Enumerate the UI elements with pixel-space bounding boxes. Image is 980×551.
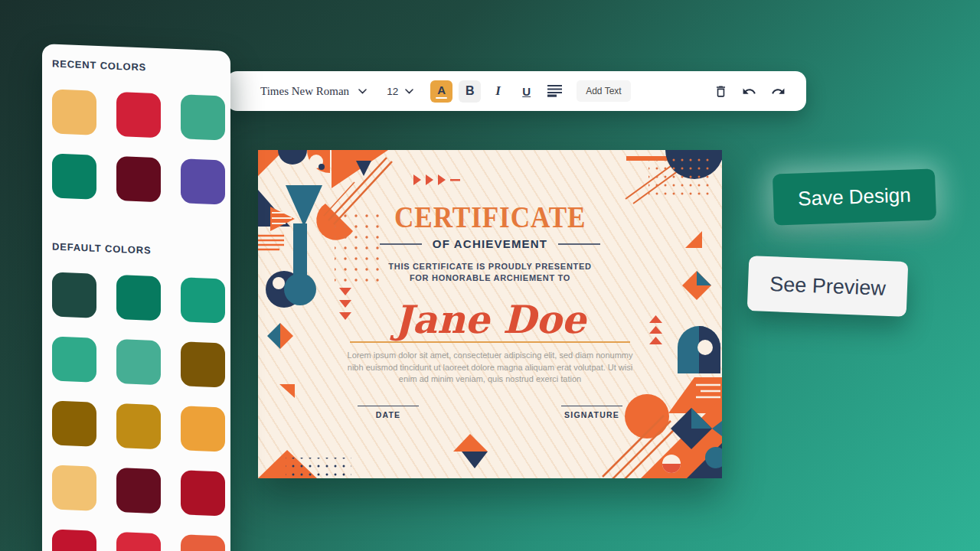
color-swatch[interactable] — [181, 94, 225, 140]
text-color-button[interactable]: A — [430, 80, 452, 103]
certificate-subtitle: OF ACHIEVEMENT — [258, 237, 722, 250]
see-preview-button[interactable]: See Preview — [747, 256, 909, 317]
align-left-icon — [547, 85, 562, 97]
color-swatch[interactable] — [116, 468, 161, 514]
undo-icon[interactable] — [741, 84, 757, 99]
history-icon-group — [714, 84, 786, 99]
font-size-select[interactable]: 12 — [387, 86, 413, 97]
signature-label: SIGNATURE — [561, 410, 622, 419]
recent-colors-grid — [52, 90, 230, 205]
subtitle-dash-right — [558, 243, 600, 245]
color-swatch[interactable] — [181, 158, 225, 204]
color-swatch[interactable] — [181, 277, 225, 323]
certificate-title: CERTIFICATE — [258, 199, 722, 235]
chevron-down-icon — [358, 89, 367, 94]
signature-line — [561, 406, 622, 406]
chevron-down-icon — [405, 89, 413, 94]
color-swatch[interactable] — [116, 339, 161, 385]
bold-button[interactable]: B — [459, 80, 481, 103]
signature-block: SIGNATURE — [561, 406, 622, 419]
color-swatch[interactable] — [116, 532, 161, 551]
color-swatch[interactable] — [52, 90, 96, 135]
color-swatch[interactable] — [181, 534, 225, 551]
certificate-decoration-diamond — [451, 432, 489, 470]
date-block: DATE — [358, 406, 419, 419]
color-swatch[interactable] — [52, 154, 96, 200]
subtitle-dash-left — [380, 243, 422, 245]
certificate-canvas[interactable]: CERTIFICATE OF ACHIEVEMENT THIS CERTIFIC… — [258, 150, 722, 478]
date-label: DATE — [358, 410, 419, 419]
font-family-select[interactable]: Times New Roman — [260, 85, 367, 98]
color-swatch[interactable] — [181, 341, 225, 387]
default-colors-heading: DEFAULT COLORS — [52, 241, 230, 259]
italic-button[interactable]: I — [487, 80, 509, 103]
color-swatch[interactable] — [181, 470, 225, 516]
color-swatch[interactable] — [52, 337, 96, 383]
underline-button[interactable]: U — [515, 80, 537, 103]
certificate-decoration-arrows — [413, 173, 461, 188]
color-panel: RECENT COLORS DEFAULT COLORS — [42, 44, 230, 551]
color-swatch[interactable] — [116, 275, 161, 321]
color-swatch[interactable] — [52, 272, 96, 318]
color-swatch[interactable] — [116, 92, 161, 138]
certificate-presented-text: THIS CERTIFICATE IS PROUDLY PRESENTED FO… — [258, 261, 722, 284]
redo-icon[interactable] — [770, 84, 786, 99]
align-button[interactable] — [544, 80, 566, 103]
color-swatch[interactable] — [116, 403, 161, 449]
text-toolbar: Times New Roman 12 A B I U Add Text — [227, 71, 806, 111]
add-text-button[interactable]: Add Text — [577, 80, 630, 102]
color-swatch[interactable] — [52, 401, 96, 447]
color-swatch[interactable] — [52, 465, 96, 511]
save-design-button[interactable]: Save Design — [773, 168, 936, 225]
font-family-value: Times New Roman — [260, 85, 349, 98]
trash-icon[interactable] — [714, 84, 728, 99]
color-swatch[interactable] — [52, 530, 96, 551]
certificate-decoration-bottom-left — [258, 321, 358, 478]
format-button-group: A B I U — [430, 80, 566, 103]
presented-line-2: FOR HONORABLE ARCHIEMENT TO — [258, 272, 722, 284]
presented-line-1: THIS CERTIFICATE IS PROUDLY PRESENTED — [258, 261, 722, 272]
date-line — [358, 406, 419, 406]
text-color-bar — [436, 97, 447, 99]
recipient-underline — [350, 341, 630, 343]
recipient-name-text[interactable]: Jane Doe — [258, 297, 722, 342]
font-size-value: 12 — [387, 86, 398, 97]
color-swatch[interactable] — [181, 406, 225, 452]
certificate-body-text: Lorem ipsum dolor sit amet, consectetuer… — [344, 350, 636, 386]
default-colors-grid — [52, 272, 230, 551]
color-swatch[interactable] — [116, 156, 161, 202]
recent-colors-heading: RECENT COLORS — [52, 58, 230, 77]
